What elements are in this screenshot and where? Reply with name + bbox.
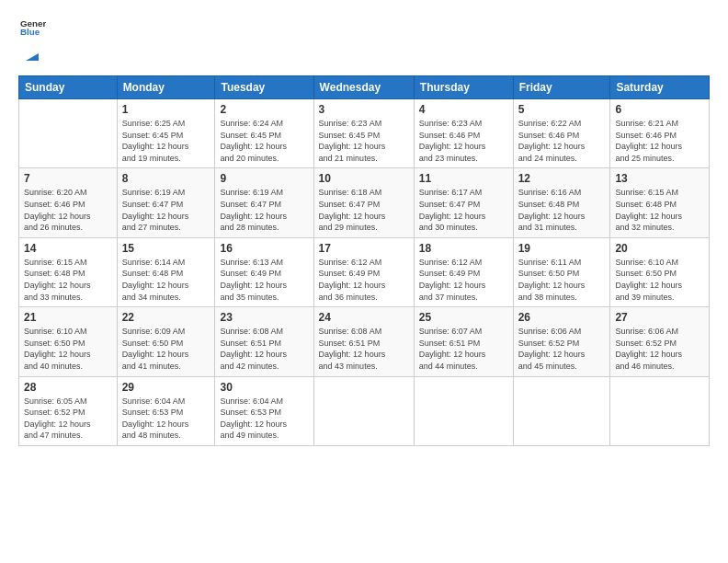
day-info: Sunrise: 6:05 AM Sunset: 6:52 PM Dayligh… <box>24 396 112 442</box>
day-number: 15 <box>122 242 210 255</box>
calendar-cell <box>513 376 610 445</box>
day-number: 1 <box>122 103 210 116</box>
header-day-wednesday: Wednesday <box>313 76 414 99</box>
day-number: 17 <box>319 242 409 255</box>
day-number: 6 <box>615 103 704 116</box>
day-number: 23 <box>220 311 308 324</box>
calendar-header: SundayMondayTuesdayWednesdayThursdayFrid… <box>19 76 710 99</box>
calendar-cell: 17Sunrise: 6:12 AM Sunset: 6:49 PM Dayli… <box>313 237 414 306</box>
calendar-page: General Blue Su <box>0 0 728 563</box>
calendar-cell: 4Sunrise: 6:23 AM Sunset: 6:46 PM Daylig… <box>414 99 513 168</box>
day-number: 14 <box>24 242 112 255</box>
logo-icon: General Blue <box>20 15 46 40</box>
day-info: Sunrise: 6:17 AM Sunset: 6:47 PM Dayligh… <box>419 187 508 233</box>
calendar-cell: 26Sunrise: 6:06 AM Sunset: 6:52 PM Dayli… <box>513 307 610 376</box>
calendar-cell: 21Sunrise: 6:10 AM Sunset: 6:50 PM Dayli… <box>19 307 118 376</box>
calendar-cell: 9Sunrise: 6:19 AM Sunset: 6:47 PM Daylig… <box>215 168 313 237</box>
day-info: Sunrise: 6:25 AM Sunset: 6:45 PM Dayligh… <box>122 118 210 164</box>
calendar-cell <box>610 376 710 445</box>
day-number: 13 <box>615 172 704 185</box>
calendar-cell: 14Sunrise: 6:15 AM Sunset: 6:48 PM Dayli… <box>19 237 118 306</box>
calendar-cell: 3Sunrise: 6:23 AM Sunset: 6:45 PM Daylig… <box>313 99 414 168</box>
calendar-cell: 30Sunrise: 6:04 AM Sunset: 6:53 PM Dayli… <box>215 376 313 445</box>
day-info: Sunrise: 6:13 AM Sunset: 6:49 PM Dayligh… <box>220 257 308 303</box>
day-number: 22 <box>122 311 210 324</box>
header-day-tuesday: Tuesday <box>215 76 313 99</box>
header: General Blue <box>18 15 710 64</box>
calendar-cell <box>414 376 513 445</box>
calendar-cell: 5Sunrise: 6:22 AM Sunset: 6:46 PM Daylig… <box>513 99 610 168</box>
day-info: Sunrise: 6:15 AM Sunset: 6:48 PM Dayligh… <box>615 187 704 233</box>
day-info: Sunrise: 6:11 AM Sunset: 6:50 PM Dayligh… <box>518 257 606 303</box>
calendar-cell: 12Sunrise: 6:16 AM Sunset: 6:48 PM Dayli… <box>513 168 610 237</box>
day-number: 9 <box>220 172 308 185</box>
calendar-cell: 23Sunrise: 6:08 AM Sunset: 6:51 PM Dayli… <box>215 307 313 376</box>
day-number: 8 <box>122 172 210 185</box>
day-info: Sunrise: 6:06 AM Sunset: 6:52 PM Dayligh… <box>615 326 704 372</box>
day-info: Sunrise: 6:08 AM Sunset: 6:51 PM Dayligh… <box>319 326 409 372</box>
calendar-week-5: 28Sunrise: 6:05 AM Sunset: 6:52 PM Dayli… <box>19 376 710 445</box>
calendar-cell: 8Sunrise: 6:19 AM Sunset: 6:47 PM Daylig… <box>117 168 215 237</box>
day-number: 12 <box>518 172 606 185</box>
calendar-cell: 19Sunrise: 6:11 AM Sunset: 6:50 PM Dayli… <box>513 237 610 306</box>
day-info: Sunrise: 6:23 AM Sunset: 6:45 PM Dayligh… <box>319 118 409 164</box>
day-info: Sunrise: 6:24 AM Sunset: 6:45 PM Dayligh… <box>220 118 308 164</box>
day-info: Sunrise: 6:20 AM Sunset: 6:46 PM Dayligh… <box>24 187 112 233</box>
day-number: 27 <box>615 311 704 324</box>
day-number: 3 <box>319 103 409 116</box>
header-day-saturday: Saturday <box>610 76 710 99</box>
logo-triangle-icon <box>22 44 42 64</box>
day-number: 2 <box>220 103 308 116</box>
calendar-cell: 6Sunrise: 6:21 AM Sunset: 6:46 PM Daylig… <box>610 99 710 168</box>
day-number: 26 <box>518 311 606 324</box>
header-day-friday: Friday <box>513 76 610 99</box>
calendar-cell: 7Sunrise: 6:20 AM Sunset: 6:46 PM Daylig… <box>19 168 118 237</box>
day-number: 5 <box>518 103 606 116</box>
calendar-cell <box>313 376 414 445</box>
calendar-table: SundayMondayTuesdayWednesdayThursdayFrid… <box>18 75 710 446</box>
day-number: 24 <box>319 311 409 324</box>
day-number: 19 <box>518 242 606 255</box>
day-number: 11 <box>419 172 508 185</box>
day-info: Sunrise: 6:10 AM Sunset: 6:50 PM Dayligh… <box>24 326 112 372</box>
day-number: 18 <box>419 242 508 255</box>
calendar-cell: 1Sunrise: 6:25 AM Sunset: 6:45 PM Daylig… <box>117 99 215 168</box>
day-info: Sunrise: 6:15 AM Sunset: 6:48 PM Dayligh… <box>24 257 112 303</box>
day-number: 28 <box>24 381 112 394</box>
svg-marker-3 <box>26 53 39 61</box>
day-info: Sunrise: 6:07 AM Sunset: 6:51 PM Dayligh… <box>419 326 508 372</box>
calendar-cell: 13Sunrise: 6:15 AM Sunset: 6:48 PM Dayli… <box>610 168 710 237</box>
calendar-cell: 29Sunrise: 6:04 AM Sunset: 6:53 PM Dayli… <box>117 376 215 445</box>
calendar-cell: 2Sunrise: 6:24 AM Sunset: 6:45 PM Daylig… <box>215 99 313 168</box>
day-number: 4 <box>419 103 508 116</box>
day-info: Sunrise: 6:10 AM Sunset: 6:50 PM Dayligh… <box>615 257 704 303</box>
day-info: Sunrise: 6:23 AM Sunset: 6:46 PM Dayligh… <box>419 118 508 164</box>
calendar-cell: 15Sunrise: 6:14 AM Sunset: 6:48 PM Dayli… <box>117 237 215 306</box>
calendar-week-4: 21Sunrise: 6:10 AM Sunset: 6:50 PM Dayli… <box>19 307 710 376</box>
header-day-thursday: Thursday <box>414 76 513 99</box>
day-info: Sunrise: 6:08 AM Sunset: 6:51 PM Dayligh… <box>220 326 308 372</box>
day-info: Sunrise: 6:06 AM Sunset: 6:52 PM Dayligh… <box>518 326 606 372</box>
calendar-week-2: 7Sunrise: 6:20 AM Sunset: 6:46 PM Daylig… <box>19 168 710 237</box>
day-info: Sunrise: 6:22 AM Sunset: 6:46 PM Dayligh… <box>518 118 606 164</box>
day-info: Sunrise: 6:16 AM Sunset: 6:48 PM Dayligh… <box>518 187 606 233</box>
day-number: 16 <box>220 242 308 255</box>
day-info: Sunrise: 6:18 AM Sunset: 6:47 PM Dayligh… <box>319 187 409 233</box>
calendar-cell: 18Sunrise: 6:12 AM Sunset: 6:49 PM Dayli… <box>414 237 513 306</box>
day-number: 10 <box>319 172 409 185</box>
calendar-body: 1Sunrise: 6:25 AM Sunset: 6:45 PM Daylig… <box>19 99 710 446</box>
calendar-cell: 27Sunrise: 6:06 AM Sunset: 6:52 PM Dayli… <box>610 307 710 376</box>
day-info: Sunrise: 6:12 AM Sunset: 6:49 PM Dayligh… <box>319 257 409 303</box>
day-number: 29 <box>122 381 210 394</box>
day-info: Sunrise: 6:19 AM Sunset: 6:47 PM Dayligh… <box>220 187 308 233</box>
day-info: Sunrise: 6:04 AM Sunset: 6:53 PM Dayligh… <box>122 396 210 442</box>
calendar-cell: 11Sunrise: 6:17 AM Sunset: 6:47 PM Dayli… <box>414 168 513 237</box>
day-number: 20 <box>615 242 704 255</box>
day-info: Sunrise: 6:09 AM Sunset: 6:50 PM Dayligh… <box>122 326 210 372</box>
day-number: 7 <box>24 172 112 185</box>
svg-text:Blue: Blue <box>20 27 40 37</box>
day-info: Sunrise: 6:04 AM Sunset: 6:53 PM Dayligh… <box>220 396 308 442</box>
calendar-cell: 22Sunrise: 6:09 AM Sunset: 6:50 PM Dayli… <box>117 307 215 376</box>
calendar-week-3: 14Sunrise: 6:15 AM Sunset: 6:48 PM Dayli… <box>19 237 710 306</box>
day-info: Sunrise: 6:21 AM Sunset: 6:46 PM Dayligh… <box>615 118 704 164</box>
